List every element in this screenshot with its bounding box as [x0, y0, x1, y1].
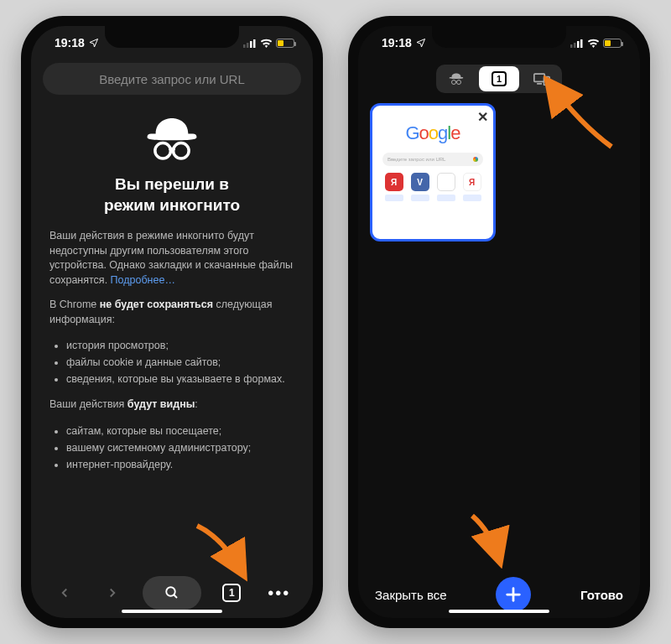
preview-search-bar: Введите запрос или URL	[382, 153, 483, 166]
battery-icon	[276, 39, 294, 48]
location-icon	[89, 38, 99, 48]
new-tab-button[interactable]	[496, 577, 531, 612]
svg-point-6	[166, 587, 175, 596]
list-item: вашему системному администратору;	[66, 439, 294, 456]
close-tab-button[interactable]: ✕	[477, 109, 488, 125]
tabs-grid: ✕ Google Введите запрос или URL Я V Я	[358, 103, 640, 571]
list-item: сведения, которые вы указываете в формах…	[66, 371, 294, 387]
home-indicator[interactable]	[122, 610, 222, 613]
svg-point-13	[452, 80, 456, 85]
close-all-button[interactable]: Закрыть все	[375, 588, 447, 602]
list-item: сайтам, которые вы посещаете;	[66, 423, 294, 439]
notch	[105, 26, 239, 48]
list-item: интернет-провайдеру.	[66, 456, 294, 473]
arrow-annotation-icon	[189, 521, 264, 596]
svg-point-5	[174, 143, 190, 158]
shortcut-icon: V	[411, 173, 429, 191]
svg-rect-10	[574, 43, 576, 48]
url-bar[interactable]: Введите запрос или URL	[43, 63, 301, 95]
svg-line-7	[174, 595, 177, 598]
battery-icon	[603, 39, 622, 48]
svg-rect-11	[577, 41, 580, 48]
incognito-tabs-segment[interactable]	[436, 65, 477, 93]
location-icon	[416, 38, 426, 48]
done-button[interactable]: Готово	[580, 588, 623, 602]
menu-button[interactable]: •••	[263, 576, 296, 610]
incognito-description: Ваши действия в режиме инкогнито будут н…	[49, 229, 294, 288]
phone-right: 19:18	[348, 16, 650, 628]
phone-left: 19:18 Введите запрос или URL	[21, 16, 323, 628]
incognito-icon	[447, 70, 466, 88]
not-saved-heading: В Chrome не будет сохраняться следующая …	[49, 298, 294, 327]
list-item: файлы cookie и данные сайтов;	[66, 354, 294, 371]
svg-rect-1	[247, 43, 249, 48]
wifi-icon	[260, 39, 273, 48]
screen-incognito: 19:18 Введите запрос или URL	[31, 26, 313, 618]
svg-rect-9	[570, 44, 573, 48]
shortcut-icon	[437, 173, 455, 191]
list-item: история просмотров;	[66, 337, 294, 354]
regular-tabs-segment[interactable]: 1	[479, 66, 520, 91]
shortcut-icon: Я	[463, 173, 481, 191]
back-button[interactable]	[48, 576, 81, 610]
visible-list: сайтам, которые вы посещаете; вашему сис…	[49, 423, 294, 473]
url-placeholder: Введите запрос или URL	[99, 72, 245, 86]
wifi-icon	[587, 39, 600, 48]
arrow-annotation-icon	[539, 75, 623, 158]
arrow-annotation-icon	[466, 511, 533, 578]
signal-icon	[570, 39, 584, 48]
tab-count: 1	[497, 74, 502, 84]
tab-card[interactable]: ✕ Google Введите запрос или URL Я V Я	[370, 103, 496, 242]
svg-rect-0	[243, 44, 246, 48]
incognito-title: Вы перешли врежим инкогнито	[49, 174, 294, 216]
tab-preview: Google Введите запрос или URL Я V Я	[372, 106, 493, 201]
notch	[432, 26, 566, 48]
svg-point-4	[155, 143, 171, 158]
not-saved-list: история просмотров; файлы cookie и данны…	[49, 337, 294, 387]
signal-icon	[243, 39, 257, 48]
google-logo: Google	[379, 122, 486, 144]
svg-rect-3	[253, 39, 256, 48]
shortcut-icon: Я	[385, 173, 403, 191]
learn-more-link[interactable]: Подробнее…	[111, 274, 175, 286]
status-time: 19:18	[55, 36, 85, 49]
svg-rect-12	[580, 39, 583, 48]
incognito-content: Вы перешли врежим инкогнито Ваши действи…	[31, 103, 313, 568]
visible-heading: Ваши действия будут видны:	[49, 397, 294, 413]
svg-point-14	[457, 80, 461, 85]
svg-rect-2	[250, 41, 252, 48]
status-time: 19:18	[382, 36, 412, 49]
home-indicator[interactable]	[449, 610, 549, 613]
forward-button[interactable]	[96, 576, 129, 610]
incognito-icon	[146, 115, 198, 164]
